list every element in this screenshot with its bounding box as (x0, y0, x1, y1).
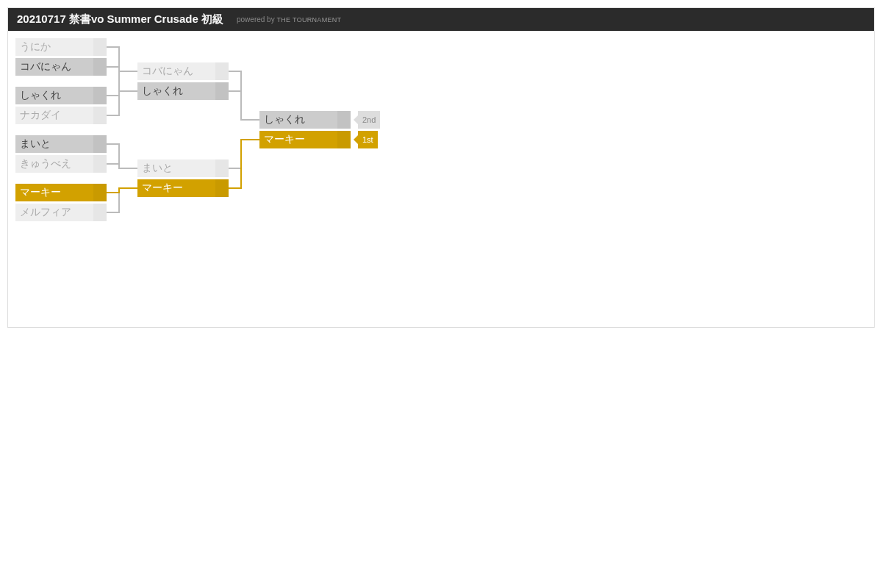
bracket-stage: うにか コバにゃん しゃくれ ナカダイ まいと きゅうべえ マーキー メルフィア (8, 31, 874, 60)
place-badge-2nd: 2nd (354, 111, 380, 129)
bracket-line (118, 187, 137, 189)
bracket-line (118, 187, 120, 193)
brand-name[interactable]: THE TOURNAMENT (276, 16, 341, 24)
r1-m3-top[interactable]: まいと (15, 135, 107, 153)
r2-m2-bot[interactable]: マーキー (137, 179, 229, 197)
r1-m3-bot[interactable]: きゅうべえ (15, 155, 107, 173)
r1-m2-bot[interactable]: ナカダイ (15, 107, 107, 124)
bracket-line (240, 119, 259, 121)
bracket-line (118, 95, 120, 116)
bracket-line (118, 154, 120, 168)
bracket-line (240, 139, 259, 140)
r1-m4-top[interactable]: マーキー (15, 184, 107, 201)
r2-m1-top[interactable]: コバにゃん (137, 62, 229, 80)
r2-m1-bot[interactable]: しゃくれ (137, 82, 229, 100)
bracket-frame: 20210717 禁書vo Summer Crusade 初級 powered … (7, 7, 875, 328)
bracket-line (118, 90, 137, 92)
tournament-title: 20210717 禁書vo Summer Crusade 初級 (17, 12, 223, 26)
final-top[interactable]: しゃくれ (259, 111, 351, 129)
bracket-line (118, 193, 120, 213)
powered-by: powered by THE TOURNAMENT (237, 15, 341, 24)
r1-m4-bot[interactable]: メルフィア (15, 204, 107, 221)
r2-m2-top[interactable]: まいと (137, 159, 229, 177)
r1-m1-bot[interactable]: コバにゃん (15, 58, 107, 76)
bracket-line (240, 139, 242, 187)
header-bar: 20210717 禁書vo Summer Crusade 初級 powered … (8, 8, 874, 31)
final-bot[interactable]: マーキー (259, 131, 351, 148)
place-badge-1st: 1st (354, 131, 378, 148)
r1-m2-top[interactable]: しゃくれ (15, 87, 107, 104)
bracket-line (118, 71, 137, 72)
bracket-line (240, 81, 242, 120)
bracket-line (118, 168, 137, 169)
r1-m1-top[interactable]: うにか (15, 38, 107, 56)
